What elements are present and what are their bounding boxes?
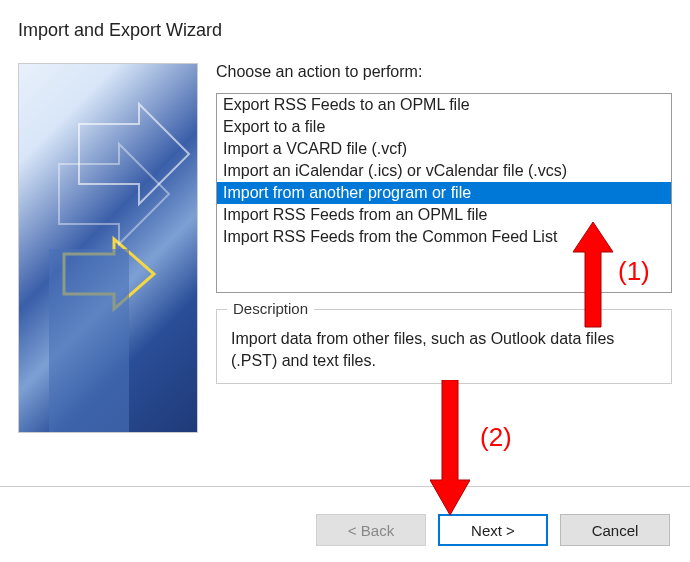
content-area: Choose an action to perform: Export RSS …: [0, 63, 690, 433]
list-item[interactable]: Export RSS Feeds to an OPML file: [217, 94, 671, 116]
list-item[interactable]: Import RSS Feeds from the Common Feed Li…: [217, 226, 671, 248]
description-legend: Description: [227, 300, 314, 317]
svg-marker-2: [59, 144, 169, 244]
instruction-label: Choose an action to perform:: [216, 63, 672, 81]
wizard-decorative-image: [18, 63, 198, 433]
cancel-button[interactable]: Cancel: [560, 514, 670, 546]
right-panel: Choose an action to perform: Export RSS …: [198, 63, 672, 433]
decorative-arrows-icon: [19, 64, 198, 433]
window-title: Import and Export Wizard: [0, 0, 690, 63]
separator-line: [0, 486, 690, 487]
next-button[interactable]: Next >: [438, 514, 548, 546]
description-group: Description Import data from other files…: [216, 309, 672, 384]
list-item[interactable]: Import a VCARD file (.vcf): [217, 138, 671, 160]
back-button: < Back: [316, 514, 426, 546]
list-item[interactable]: Export to a file: [217, 116, 671, 138]
list-item[interactable]: Import from another program or file: [217, 182, 671, 204]
button-row: < Back Next > Cancel: [316, 514, 670, 546]
svg-rect-3: [49, 249, 129, 433]
description-text: Import data from other files, such as Ou…: [231, 328, 657, 373]
list-item[interactable]: Import an iCalendar (.ics) or vCalendar …: [217, 160, 671, 182]
svg-marker-1: [79, 104, 189, 204]
list-item[interactable]: Import RSS Feeds from an OPML file: [217, 204, 671, 226]
action-listbox[interactable]: Export RSS Feeds to an OPML file Export …: [216, 93, 672, 293]
